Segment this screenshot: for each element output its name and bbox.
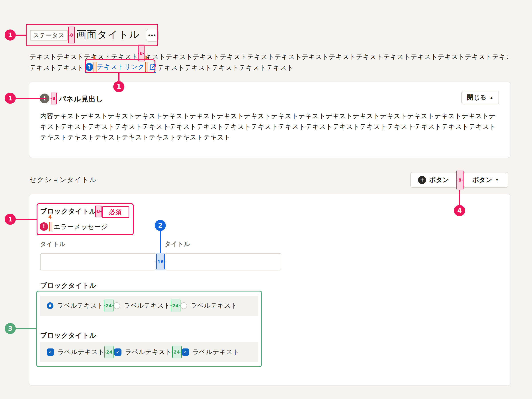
add-button[interactable]: + ボタン xyxy=(410,172,457,188)
check-icon: ✓ xyxy=(48,349,52,355)
text-link-label[interactable]: テキストリンク xyxy=(97,63,145,71)
intro-line2-pre: テキストテキスト xyxy=(30,62,84,73)
callout-badge-2: 2 xyxy=(155,220,166,231)
callout-number: 1 xyxy=(8,95,13,102)
callout-badge-1-error: 1 xyxy=(5,214,16,225)
add-button-label: ボタン xyxy=(429,176,449,184)
more-dots-icon: ••• xyxy=(148,32,156,39)
spacing-value: 24 xyxy=(104,304,114,308)
spacing-marker-24: 24 xyxy=(171,299,180,312)
spacing-marker-4: 4 xyxy=(94,62,96,72)
spacing-value: 4 xyxy=(144,55,148,60)
checkbox-group-row: ✓ ラベルテキスト 24 ✓ ラベルテキスト 24 ✓ ラベルテキスト xyxy=(40,342,258,362)
field-label-2: タイトル xyxy=(165,240,190,248)
spacing-marker-8: 8 xyxy=(51,92,57,105)
text-input-2[interactable] xyxy=(165,253,281,270)
callout-number: 1 xyxy=(8,31,13,39)
status-badge-label: ステータス xyxy=(33,32,65,39)
intro-text-line1: テキストテキストテキストテキストテキストテキストテキストテキストテキストテキスト… xyxy=(30,51,508,62)
design-spec-page: 1 ステータス 8 画面タイトル 8 ••• テキストテキストテキストテキストテ… xyxy=(0,0,532,399)
info-panel: i 8 パネル見出し 閉じる ▲ 内容テキストテキストテキストテキストテキストテ… xyxy=(29,82,511,158)
spacing-value: 4 xyxy=(48,214,52,220)
callout-number: 3 xyxy=(8,325,13,332)
radio-selected[interactable] xyxy=(47,302,53,309)
panel-heading: パネル見出し xyxy=(59,94,103,104)
form-card: ブロックタイトル 8 必須 ! 4 エラーメッセージ タイトル タイトル 16 xyxy=(29,194,511,386)
checkbox-label: ラベルテキスト xyxy=(193,348,239,356)
callout-2-connector xyxy=(160,230,161,253)
menu-button-label: ボタン xyxy=(472,176,492,184)
checkbox-checked[interactable]: ✓ xyxy=(114,348,121,356)
spacing-marker-4: 4 xyxy=(145,62,148,72)
radio-unselected[interactable] xyxy=(180,302,187,309)
panel-body-text: 内容テキストテキストテキストテキストテキストテキストテキストテキストテキストテキ… xyxy=(40,111,501,143)
radio-block-title: ブロックタイトル xyxy=(40,281,96,290)
spacing-marker-4: 4 xyxy=(49,222,52,231)
chevron-up-icon: ▲ xyxy=(490,96,494,100)
callout-badge-4: 4 xyxy=(454,205,465,216)
spacing-value: 8 xyxy=(457,178,463,182)
check-icon: ✓ xyxy=(183,349,188,355)
plus-icon: + xyxy=(418,176,426,184)
error-message: エラーメッセージ xyxy=(54,222,108,232)
radio-group-row: ラベルテキスト 24 ラベルテキスト 24 ラベルテキスト xyxy=(40,296,258,316)
intro-text-line2: テキストテキスト ? 4 テキストリンク 4 テキストテキストテキストテキストテ… xyxy=(30,62,293,74)
radio-unselected[interactable] xyxy=(114,302,120,309)
page-title: 画面タイトル xyxy=(76,28,140,41)
spacing-value: 24 xyxy=(171,304,180,308)
callout-badge-1-panel: 1 xyxy=(5,93,16,104)
checkbox-label: ラベルテキスト xyxy=(125,348,172,356)
chevron-down-icon: ▼ xyxy=(495,178,499,182)
help-icon[interactable]: ? xyxy=(85,63,93,71)
text-input-1[interactable] xyxy=(40,253,156,270)
spacing-value: 8 xyxy=(51,96,57,101)
radio-label: ラベルテキスト xyxy=(124,301,171,310)
text-link[interactable]: ? 4 テキストリンク 4 xyxy=(85,62,156,73)
spacing-marker-8: 8 xyxy=(68,26,75,44)
callout-number: 4 xyxy=(457,207,462,214)
callout-4-connector xyxy=(459,190,460,206)
callout-number: 2 xyxy=(158,222,163,229)
required-badge: 必須 xyxy=(102,206,129,218)
checkbox-block-title: ブロックタイトル xyxy=(40,331,96,340)
external-link-icon xyxy=(149,63,156,70)
more-actions-button[interactable]: ••• xyxy=(146,29,159,42)
spacing-value: 24 xyxy=(104,350,114,354)
callout-number: 1 xyxy=(117,83,121,90)
callout-number: 1 xyxy=(8,215,13,223)
spacing-marker-8: 8 xyxy=(95,205,101,217)
field-label-1: タイトル xyxy=(40,240,66,248)
spacing-value: 8 xyxy=(95,209,102,214)
menu-button[interactable]: ボタン ▼ xyxy=(463,172,508,188)
callout-badge-1-title: 1 xyxy=(5,30,16,41)
check-icon: ✓ xyxy=(116,349,120,355)
spacing-value: 8 xyxy=(68,33,75,37)
radio-label: ラベルテキスト xyxy=(191,301,237,310)
checkbox-checked[interactable]: ✓ xyxy=(182,348,189,356)
spacing-value: 8 xyxy=(138,51,145,55)
callout-badge-3: 3 xyxy=(5,323,16,334)
panel-close-label: 閉じる xyxy=(467,93,486,102)
section-title: セクションタイトル xyxy=(30,175,97,184)
spacing-marker-8: 8 xyxy=(456,170,463,190)
panel-close-button[interactable]: 閉じる ▲ xyxy=(461,91,499,104)
status-badge: ステータス xyxy=(30,30,68,41)
checkbox-label: ラベルテキスト xyxy=(58,348,104,356)
checkbox-checked[interactable]: ✓ xyxy=(47,348,54,356)
radio-label: ラベルテキスト xyxy=(57,301,104,310)
error-icon: ! xyxy=(40,222,48,231)
spacing-value: 4 xyxy=(93,55,96,60)
spacing-marker-24: 24 xyxy=(104,299,114,312)
spacing-marker-16: 16 xyxy=(156,253,165,270)
callout-1-link-connector xyxy=(118,73,120,82)
callout-badge-1-link: 1 xyxy=(113,81,124,92)
spacing-marker-24: 24 xyxy=(172,346,182,358)
intro-line2-post: テキストテキストテキストテキストテキスト xyxy=(157,62,293,73)
spacing-value: 24 xyxy=(172,350,182,354)
spacing-value: 16 xyxy=(156,260,165,264)
spacing-marker-8: 8 xyxy=(138,44,145,62)
spacing-marker-24: 24 xyxy=(104,346,114,358)
